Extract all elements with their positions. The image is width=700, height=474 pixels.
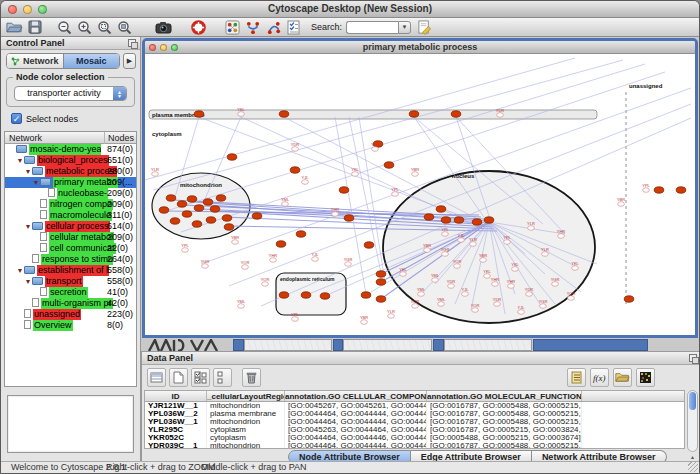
network-node[interactable] xyxy=(292,317,299,322)
table-row[interactable]: YKR052Ccytoplasm[GO:0044464, GO:0044446,… xyxy=(145,434,684,442)
tree-expander-icon[interactable]: ▾ xyxy=(24,221,32,232)
tree-row[interactable]: nucleobase-209(0) xyxy=(5,188,136,199)
network-node[interactable] xyxy=(572,266,579,271)
network-node[interactable] xyxy=(400,272,407,277)
network-node-selected[interactable] xyxy=(339,187,349,193)
network-node[interactable] xyxy=(262,282,269,287)
table-column-header[interactable]: ID xyxy=(145,391,207,401)
network-node-selected[interactable] xyxy=(472,219,482,225)
network-node[interactable] xyxy=(492,282,499,287)
network-node[interactable] xyxy=(540,304,547,309)
network-node-selected[interactable] xyxy=(320,293,330,299)
network-node-selected[interactable] xyxy=(376,279,386,285)
tab-network[interactable]: Network xyxy=(7,54,63,68)
import-attributes-icon[interactable] xyxy=(613,368,632,387)
resize-grip-icon[interactable] xyxy=(688,462,698,472)
zoom-fit-icon[interactable] xyxy=(117,19,132,36)
network-node[interactable] xyxy=(480,258,487,263)
delete-attribute-icon[interactable] xyxy=(242,368,261,387)
tree-row[interactable]: ▾biological_process651(0) xyxy=(5,155,136,166)
float-panel-icon[interactable] xyxy=(128,39,136,47)
network-node[interactable] xyxy=(504,240,511,245)
network-node-selected[interactable] xyxy=(484,217,494,223)
table-row[interactable]: YLR295Ccytoplasm[GO:0045263, GO:0044464,… xyxy=(145,426,684,434)
network-node-selected[interactable] xyxy=(206,217,216,223)
network-node-selected[interactable] xyxy=(177,201,187,207)
network-node[interactable] xyxy=(432,278,439,283)
network-node[interactable] xyxy=(270,258,277,263)
tree-expander-icon[interactable]: ▾ xyxy=(16,265,24,276)
network-node[interactable] xyxy=(512,267,519,272)
tab-mosaic[interactable]: Mosaic xyxy=(63,54,120,68)
network-node[interactable] xyxy=(568,296,575,301)
snapshot-icon[interactable] xyxy=(155,19,172,36)
network-edge[interactable] xyxy=(349,117,381,273)
tree-row[interactable]: nitrogen compo209(0) xyxy=(5,199,136,210)
network-edge[interactable] xyxy=(335,117,366,294)
network-node[interactable] xyxy=(643,188,650,193)
unselect-all-attributes-icon[interactable] xyxy=(213,368,232,387)
tree-expander-icon[interactable]: ▾ xyxy=(32,177,40,188)
tree-row[interactable]: ▾establishment of lo558(0) xyxy=(5,265,136,276)
network-node-selected[interactable] xyxy=(194,205,204,211)
layout-icon-2[interactable] xyxy=(266,19,282,36)
network-node[interactable] xyxy=(528,226,535,231)
network-node-selected[interactable] xyxy=(409,111,419,117)
network-node[interactable] xyxy=(238,304,245,309)
network-node-selected[interactable] xyxy=(203,199,213,205)
table-column-header[interactable]: annotation.GO MOLECULAR_FUNCTION xyxy=(427,391,582,401)
tree-row[interactable]: cellular metabol209(0) xyxy=(5,232,136,243)
network-node[interactable] xyxy=(202,264,209,269)
network-node-selected[interactable] xyxy=(279,292,289,298)
tree-expander-icon[interactable]: ▾ xyxy=(24,166,32,177)
network-node[interactable] xyxy=(152,172,159,177)
network-node-selected[interactable] xyxy=(654,187,664,193)
network-frame-titlebar[interactable]: primary metabolic process xyxy=(145,41,695,54)
table-row[interactable]: YPL036W__2plasma membrane[GO:0044464, GO… xyxy=(145,410,684,418)
network-node-selected[interactable] xyxy=(290,167,300,173)
network-node[interactable] xyxy=(361,320,368,325)
zoom-out-icon[interactable] xyxy=(57,19,72,36)
network-node[interactable] xyxy=(242,265,249,270)
tree-row[interactable]: unassigned223(0) xyxy=(5,309,136,320)
network-node-selected[interactable] xyxy=(424,214,434,220)
network-node-selected[interactable] xyxy=(454,217,464,223)
network-node-selected[interactable] xyxy=(187,196,197,202)
network-node[interactable] xyxy=(542,252,549,257)
network-node[interactable] xyxy=(352,172,359,177)
network-node-selected[interactable] xyxy=(222,215,232,221)
network-node-selected[interactable] xyxy=(227,154,237,160)
network-node[interactable] xyxy=(497,113,504,118)
network-node[interactable] xyxy=(345,262,352,267)
title-bar[interactable]: Cytoscape Desktop (New Session) xyxy=(1,1,699,18)
network-node[interactable] xyxy=(484,274,491,279)
network-node-selected[interactable] xyxy=(192,221,202,227)
network-node-selected[interactable] xyxy=(451,111,461,117)
create-attribute-icon[interactable] xyxy=(169,368,188,387)
network-node[interactable] xyxy=(302,180,309,185)
network-node[interactable] xyxy=(292,147,299,152)
layout-icon-1[interactable] xyxy=(245,19,261,36)
function-builder-icon[interactable]: f(x) xyxy=(590,368,609,387)
network-node[interactable] xyxy=(442,252,449,257)
tree-row[interactable]: cell communicat22(0) xyxy=(5,243,136,254)
network-node-selected[interactable] xyxy=(279,111,289,117)
network-node[interactable] xyxy=(412,304,419,309)
network-node[interactable] xyxy=(448,284,455,289)
background-frame-titlebar[interactable] xyxy=(433,339,444,351)
background-frame-titlebar[interactable] xyxy=(333,339,343,351)
frame-minimize-icon[interactable] xyxy=(160,44,167,51)
network-node-selected[interactable] xyxy=(224,224,234,230)
tree-row[interactable]: macromolecule311(0) xyxy=(5,210,136,221)
table-vscrollbar[interactable] xyxy=(687,390,698,452)
network-node[interactable] xyxy=(372,147,379,152)
zoom-selected-icon[interactable] xyxy=(97,19,112,36)
table-vscrollbar-thumb[interactable] xyxy=(689,392,696,410)
search-input[interactable] xyxy=(346,21,398,34)
network-node[interactable] xyxy=(412,172,419,177)
network-node[interactable] xyxy=(618,202,625,207)
tree-row[interactable]: mosaic-demo-yeast874(0) xyxy=(5,144,136,155)
background-frame[interactable] xyxy=(444,339,532,351)
table-column-header[interactable]: annotation.GO CELLULAR_COMPONENT xyxy=(285,391,427,401)
network-node-selected[interactable] xyxy=(210,206,220,212)
